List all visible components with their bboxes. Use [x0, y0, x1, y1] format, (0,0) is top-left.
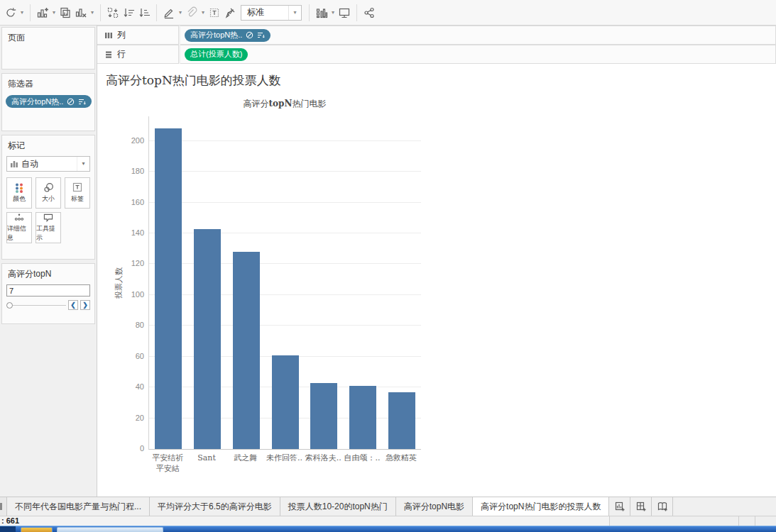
new-worksheet-caret[interactable]: ▾ — [50, 9, 58, 16]
marks-buttons: 颜色 大小 标签 详细信息 — [2, 176, 94, 245]
mark-type-dropdown[interactable]: 自动 ▾ — [6, 156, 90, 172]
x-category-label: 未作回答.. — [265, 453, 304, 463]
bar-mark[interactable] — [272, 355, 299, 449]
sort-ascending-button[interactable] — [121, 3, 136, 23]
bar-mark[interactable] — [310, 383, 337, 449]
rows-shelf-text: 行 — [117, 48, 126, 60]
group-members-button[interactable] — [184, 3, 200, 23]
columns-shelf-row: 列 高评分topN热.. — [97, 26, 776, 45]
toolbar-separator — [356, 4, 357, 21]
refresh-data-button[interactable] — [3, 3, 18, 23]
highlight-caret[interactable]: ▾ — [177, 9, 184, 16]
mark-type-caret[interactable]: ▾ — [77, 157, 89, 171]
refresh-dropdown-caret[interactable]: ▾ — [18, 9, 26, 16]
group-members-caret[interactable]: ▾ — [200, 9, 207, 16]
bar-mark[interactable] — [155, 128, 182, 449]
parameter-value-input[interactable] — [6, 284, 90, 297]
taskbar-app-button[interactable] — [21, 527, 53, 532]
rows-pill[interactable]: 总计(投票人数) — [185, 48, 248, 61]
marks-tooltip-button[interactable]: 工具提示 — [35, 212, 61, 243]
clear-sheet-icon — [75, 6, 87, 19]
taskbar-app-button[interactable] — [57, 527, 163, 532]
new-worksheet-button[interactable] — [35, 3, 50, 23]
new-dashboard-tab-button[interactable] — [630, 497, 652, 516]
tab-sheet-2[interactable]: 平均评分大于6.5的高评分电影 — [150, 497, 280, 516]
status-segment — [609, 516, 738, 526]
y-axis-title-text: 投票人数 — [114, 267, 124, 299]
show-mark-labels-caret[interactable]: ▾ — [329, 9, 337, 16]
swap-axes-icon — [106, 6, 119, 19]
marks-detail-label: 详细信息 — [7, 224, 31, 243]
tab-sheet-3[interactable]: 投票人数10-20的topN热门 — [280, 497, 396, 516]
columns-shelf-label: 列 — [97, 26, 179, 45]
swap-axes-button[interactable] — [105, 3, 121, 23]
share-icon — [363, 6, 376, 19]
parameter-decrement-button[interactable]: ❮ — [68, 300, 78, 310]
tab-sheet-1[interactable]: 不同年代各国电影产量与热门程... — [7, 497, 150, 516]
parameter-slider[interactable] — [6, 301, 66, 309]
fit-selector-caret[interactable]: ▾ — [288, 6, 301, 20]
marks-detail-button[interactable]: 详细信息 — [6, 212, 32, 243]
parameter-increment-button[interactable]: ❯ — [80, 300, 90, 310]
x-category-label: Sant — [187, 453, 226, 463]
slider-handle[interactable] — [6, 302, 13, 309]
show-mark-labels-button[interactable] — [314, 3, 329, 23]
rows-shelf[interactable]: 总计(投票人数) — [180, 45, 776, 64]
marks-color-button[interactable]: 颜色 — [6, 177, 32, 209]
share-button[interactable] — [361, 3, 377, 23]
chart-column-header: 高评分topN热门电影 — [148, 98, 421, 116]
y-tick-label: 180 — [131, 167, 144, 175]
y-tick-label: 40 — [136, 382, 144, 391]
bar-mark[interactable] — [349, 386, 376, 449]
fit-selector[interactable]: 标准 ▾ — [241, 5, 302, 21]
duplicate-sheet-button[interactable] — [58, 3, 73, 23]
sort-descending-icon — [138, 6, 151, 19]
pages-shelf[interactable]: 页面 — [1, 27, 95, 70]
gridline — [149, 140, 421, 141]
toolbar-separator — [309, 4, 310, 21]
y-axis-ticks: 020406080100120140160180200 — [124, 116, 148, 450]
refresh-icon — [4, 6, 17, 19]
marks-color-label: 颜色 — [13, 194, 26, 204]
highlight-button[interactable] — [161, 3, 177, 23]
x-category-label: 自由颂：.. — [343, 453, 382, 463]
presentation-mode-icon — [338, 6, 351, 19]
marks-size-button[interactable]: 大小 — [35, 177, 61, 209]
columns-pill[interactable]: 高评分topN热.. — [185, 29, 270, 42]
toolbar-separator — [30, 4, 31, 21]
marks-label-button[interactable]: 标签 — [65, 177, 90, 209]
start-button[interactable] — [0, 526, 16, 532]
presentation-mode-button[interactable] — [337, 3, 352, 23]
new-story-tab-button[interactable] — [652, 497, 673, 516]
tab-sheet-4[interactable]: 高评分topN电影 — [396, 497, 473, 516]
new-worksheet-tab-button[interactable] — [609, 497, 630, 516]
sort-descending-button[interactable] — [136, 3, 152, 23]
bar-mark[interactable] — [233, 252, 260, 449]
text-label-button[interactable] — [207, 3, 222, 23]
chart-header-param: topN — [269, 99, 293, 109]
clear-sheet-button[interactable] — [73, 3, 89, 23]
text-label-icon — [208, 6, 221, 19]
x-category-label: 平安结祈 平安結 — [148, 453, 187, 474]
rows-pill-label: 总计(投票人数) — [190, 49, 242, 60]
status-bar: : 661 — [0, 516, 776, 526]
chart-header-suffix: 热门电影 — [292, 99, 326, 109]
status-segment — [738, 516, 755, 526]
filters-shelf-title: 筛选器 — [2, 74, 94, 93]
bar-mark[interactable] — [388, 392, 415, 449]
tab-sheet-5-active[interactable]: 高评分topN热门电影的投票人数 — [473, 497, 609, 516]
sort-badge-icon — [78, 98, 86, 106]
columns-shelf[interactable]: 高评分topN热.. — [180, 26, 776, 45]
filters-shelf[interactable]: 筛选器 高评分topN热.. — [1, 73, 95, 131]
rows-shelf-label: 行 — [97, 45, 179, 64]
size-icon — [43, 182, 54, 193]
clear-sheet-caret[interactable]: ▾ — [89, 9, 96, 16]
filter-pill[interactable]: 高评分topN热.. — [6, 95, 92, 108]
bar-mark[interactable] — [194, 229, 221, 449]
gridline — [149, 294, 421, 295]
fix-axes-button[interactable] — [222, 3, 238, 23]
detail-icon — [13, 213, 25, 223]
windows-taskbar[interactable] — [0, 526, 776, 532]
chart-pane[interactable] — [148, 116, 421, 450]
pin-icon — [224, 6, 236, 19]
